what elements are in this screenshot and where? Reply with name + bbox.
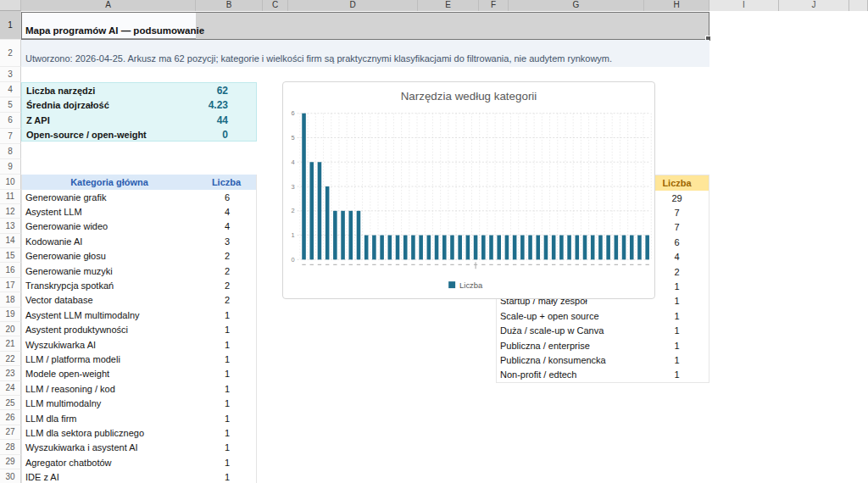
summary-stats-block[interactable]: Liczba narzędzi62Średnia dojrzałość4.23Z… — [21, 82, 257, 142]
stat-row[interactable]: Open-source / open-weight0 — [22, 128, 256, 143]
row-header-8[interactable]: 8 — [0, 144, 21, 159]
category-row[interactable]: Generowanie muzyki2 — [22, 264, 256, 278]
row-header-7[interactable]: 7 — [0, 129, 21, 144]
stat-row[interactable]: Z API44 — [22, 113, 256, 128]
size-label: Non-profit / edtech — [497, 369, 645, 380]
size-row[interactable]: Non-profit / edtech1 — [497, 368, 709, 382]
category-name: Generowanie wideo — [22, 221, 198, 231]
row-header-15[interactable]: 15 — [0, 248, 21, 263]
bar-chart[interactable]: Narzędzia według kategorii0123456Liczba — [282, 81, 655, 299]
row-header-22[interactable]: 22 — [0, 352, 21, 366]
legend-label: Liczba — [459, 280, 483, 290]
column-header-i[interactable]: I — [709, 0, 779, 11]
row-header-26[interactable]: 26 — [0, 410, 21, 425]
stat-row[interactable]: Średnia dojrzałość4.23 — [22, 98, 256, 114]
bar — [576, 236, 580, 260]
column-header-f[interactable]: F — [479, 0, 509, 11]
category-row[interactable]: LLM / reasoning / kod1 — [22, 381, 256, 396]
chart-legend: Liczba — [448, 280, 483, 290]
column-header-h[interactable]: H — [644, 0, 709, 11]
stat-value: 4.23 — [209, 99, 228, 111]
row-header-29[interactable]: 29 — [0, 455, 21, 469]
row-header-17[interactable]: 17 — [0, 278, 21, 292]
row-header-9[interactable]: 9 — [0, 159, 21, 175]
category-count: 2 — [198, 251, 256, 261]
select-all-corner[interactable] — [0, 0, 21, 11]
category-row[interactable]: Vector database2 — [22, 293, 256, 308]
active-cell-a1[interactable]: Mapa programów AI — podsumowanie — [22, 13, 196, 39]
category-name: LLM / reasoning / kod — [22, 384, 198, 394]
category-row[interactable]: Generowanie głosu2 — [22, 249, 256, 264]
category-row[interactable]: Asystent LLM multimodalny1 — [22, 308, 256, 322]
row-header-30[interactable]: 30 — [0, 469, 21, 483]
bar — [552, 236, 556, 260]
category-row[interactable]: LLM / platforma modeli1 — [22, 352, 256, 366]
note-cell[interactable]: Utworzono: 2026-04-25. Arkusz ma 62 pozy… — [21, 40, 709, 67]
bar — [435, 236, 439, 260]
bar — [388, 236, 392, 260]
row-header-14[interactable]: 14 — [0, 234, 21, 248]
category-table-header[interactable]: Kategoria główna Liczba — [22, 175, 256, 190]
category-row[interactable]: LLM dla firm1 — [22, 411, 256, 425]
column-header-b[interactable]: B — [196, 0, 263, 11]
size-row[interactable]: Publiczna / enterprise1 — [497, 338, 709, 353]
row-header-23[interactable]: 23 — [0, 366, 21, 380]
column-header-c[interactable]: C — [263, 0, 288, 11]
category-row[interactable]: LLM multimodalny1 — [22, 396, 256, 410]
stat-label: Z API — [22, 115, 50, 125]
category-name: Vector database — [22, 295, 198, 305]
size-row[interactable]: Duża / scale-up w Canva1 — [497, 324, 709, 338]
category-name: Asystent produktywności — [22, 325, 198, 335]
row-header-11[interactable]: 11 — [0, 190, 21, 204]
row-header-1[interactable]: 1 — [0, 11, 21, 40]
column-header-d[interactable]: D — [288, 0, 418, 11]
category-name: Asystent LLM — [22, 207, 198, 217]
row-header-16[interactable]: 16 — [0, 263, 21, 277]
chart-title: Narzędzia według kategorii — [401, 90, 537, 103]
row-header-25[interactable]: 25 — [0, 396, 21, 410]
category-row[interactable]: Transkrypcja spotkań2 — [22, 278, 256, 292]
stat-row[interactable]: Liczba narzędzi62 — [22, 83, 256, 98]
row-header-12[interactable]: 12 — [0, 204, 21, 219]
row-header-18[interactable]: 18 — [0, 292, 21, 307]
row-header-3[interactable]: 3 — [0, 67, 21, 82]
column-header-g[interactable]: G — [509, 0, 644, 11]
bar — [341, 211, 345, 260]
category-row[interactable]: IDE z AI1 — [22, 469, 256, 483]
category-row[interactable]: Generowanie wideo4 — [22, 219, 256, 234]
row-header-28[interactable]: 28 — [0, 440, 21, 454]
category-row[interactable]: Kodowanie AI3 — [22, 234, 256, 248]
column-header-a[interactable]: A — [21, 0, 196, 11]
row-header-4[interactable]: 4 — [0, 82, 21, 97]
column-header-e[interactable]: E — [418, 0, 479, 11]
bar — [591, 236, 595, 260]
row-header-5[interactable]: 5 — [0, 97, 21, 113]
category-row[interactable]: Generowanie grafik6 — [22, 190, 256, 204]
bar — [615, 236, 619, 260]
category-row[interactable]: Modele open-weight1 — [22, 367, 256, 381]
row-header-10[interactable]: 10 — [0, 175, 21, 189]
size-row[interactable]: Publiczna / konsumencka1 — [497, 353, 709, 367]
bar — [450, 236, 454, 260]
column-header-j[interactable]: J — [779, 0, 849, 11]
category-row[interactable]: Asystent produktywności1 — [22, 323, 256, 337]
row-header-27[interactable]: 27 — [0, 425, 21, 440]
row-header-2[interactable]: 2 — [0, 40, 21, 67]
size-count: 1 — [645, 369, 709, 380]
size-row[interactable]: Scale-up + open source1 — [497, 308, 709, 323]
row-header-6[interactable]: 6 — [0, 113, 21, 128]
category-name: Generowanie muzyki — [22, 266, 198, 276]
category-row[interactable]: Agregator chatbotów1 — [22, 455, 256, 469]
selected-range-a1-h1[interactable]: Mapa programów AI — podsumowanie — [21, 12, 709, 40]
category-row[interactable]: LLM dla sektora publicznego1 — [22, 425, 256, 440]
category-name: Generowanie głosu — [22, 251, 198, 261]
category-row[interactable]: Asystent LLM4 — [22, 204, 256, 219]
category-count: 6 — [198, 192, 256, 203]
row-header-21[interactable]: 21 — [0, 336, 21, 351]
category-row[interactable]: Wyszukiwarka AI1 — [22, 337, 256, 352]
category-row[interactable]: Wyszukiwarka i asystent AI1 — [22, 441, 256, 455]
row-header-20[interactable]: 20 — [0, 322, 21, 336]
row-header-13[interactable]: 13 — [0, 219, 21, 233]
row-header-24[interactable]: 24 — [0, 381, 21, 396]
row-header-19[interactable]: 19 — [0, 308, 21, 322]
